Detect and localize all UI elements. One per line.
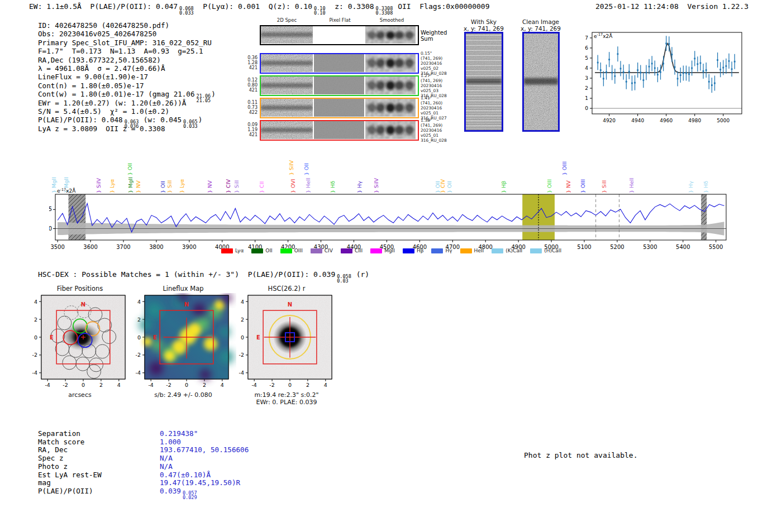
spec2d-cell xyxy=(314,76,364,95)
spec2d-cell xyxy=(365,76,416,95)
spec2d-row-right-labels: 1.41"(741, 260)20230416v025_01316_RU_027 xyxy=(421,95,447,121)
svg-text:2: 2 xyxy=(241,317,244,323)
fiber-positions-panel: Fiber Positions 420-2-4-4-2024NE arcsecs xyxy=(27,285,133,399)
stacked-uncertainty: 0.0570.029 xyxy=(183,491,197,500)
legend-item-Lyα: Lyα xyxy=(221,248,244,253)
legend-item-(H)CaII: (H)CaII xyxy=(530,248,561,253)
info-line: RA,Dec (193.677322,50.156582) xyxy=(38,56,216,64)
with-sky-title: With Sky xyxy=(462,19,505,26)
svg-text:4: 4 xyxy=(117,382,121,388)
spec2d-cell xyxy=(261,121,313,140)
svg-text:-2: -2 xyxy=(63,382,68,388)
legend-item-MgII: MgII xyxy=(370,248,395,253)
svg-text:4: 4 xyxy=(34,299,37,305)
svg-text:0: 0 xyxy=(585,106,588,111)
svg-text:-4: -4 xyxy=(136,370,141,376)
spec2d-cell xyxy=(314,26,364,44)
with-sky-block: With Sky x, y: 741, 269 xyxy=(462,19,505,32)
legend-swatch xyxy=(251,248,263,253)
fiber-positions-plot: 420-2-4-4-2024NE xyxy=(27,293,133,389)
svg-text:0: 0 xyxy=(241,334,244,341)
svg-text:0: 0 xyxy=(288,382,292,388)
spec2d-row xyxy=(260,75,419,96)
svg-text:4960: 4960 xyxy=(660,118,673,123)
fiber-positions-title: Fiber Positions xyxy=(27,285,133,293)
match-table-label: Match score xyxy=(38,438,160,447)
lineflux-map-panel: Lineflux Map 420-2-4-4-2024NE s/b: 2.49 … xyxy=(130,285,236,399)
svg-text:N: N xyxy=(288,301,292,308)
match-table-label: Separation xyxy=(38,430,160,438)
fiber-positions-xlabel: arcsecs xyxy=(27,391,133,399)
spec2d-cell xyxy=(261,76,313,95)
lineflux-map-plot: 420-2-4-4-2024NE xyxy=(130,293,236,389)
match-table-row: Spec zN/A xyxy=(38,454,249,463)
svg-text:5: 5 xyxy=(585,55,588,61)
svg-text:4940: 4940 xyxy=(631,118,644,123)
match-table-row: RA, Dec193.677410, 50.156606 xyxy=(38,446,249,454)
svg-text:-2: -2 xyxy=(269,382,274,388)
clean-image-coords: x, y: 741, 269 xyxy=(518,26,563,32)
info-line: Cont(w) = 1.80(±0.01)e-17 (gmag 21.0621.… xyxy=(38,90,216,98)
svg-text:5: 5 xyxy=(49,206,52,212)
svg-text:4: 4 xyxy=(137,299,141,305)
legend-swatch xyxy=(431,248,443,253)
svg-text:0: 0 xyxy=(137,334,141,341)
svg-text:E: E xyxy=(153,334,157,341)
spec2d-cell xyxy=(314,54,364,73)
clean-image-title: Clean Image xyxy=(518,19,563,26)
match-table-value: N/A xyxy=(160,454,173,463)
svg-text:0: 0 xyxy=(185,382,188,388)
spec2d-col-title: Pixel Flat xyxy=(314,17,366,23)
legend-swatch xyxy=(280,248,292,253)
stacked-uncertainty: 0.100.10 xyxy=(314,6,325,15)
emission-line-label-OII: } OII xyxy=(304,163,309,175)
legend-item-Hβ: Hβ xyxy=(403,248,424,253)
svg-text:3: 3 xyxy=(585,75,588,81)
svg-text:-2: -2 xyxy=(166,382,171,388)
svg-text:-4: -4 xyxy=(45,382,50,388)
svg-text:4920: 4920 xyxy=(603,118,616,123)
svg-text:6: 6 xyxy=(585,45,588,51)
svg-text:-4: -4 xyxy=(148,382,153,388)
spec2d-cell xyxy=(365,54,416,73)
match-table: Separation0.219438"Match score1.000RA, D… xyxy=(38,430,249,500)
elixer-report-page: { "header": { "summary": [ {"t":"EW: 1.1… xyxy=(0,0,782,532)
match-table-value: 0.219438" xyxy=(160,430,198,438)
legend-item-CIV: CIV xyxy=(311,248,333,253)
spectrum-legend: LyαOIIOIIICIVCIIIMgIIHβHγHeII(K)CaII(H)C… xyxy=(49,248,733,253)
emission-line-label-SiIV: } SiIV xyxy=(289,160,294,175)
spec2d-row-left-labels: 0.361.28421 xyxy=(245,55,258,70)
clean-image-block: Clean Image x, y: 741, 269 xyxy=(518,19,563,32)
svg-text:-4: -4 xyxy=(239,370,244,376)
match-table-row: Match score1.000 xyxy=(38,438,249,447)
info-line: F=1.7" T=0.173 N=1.13 A=0.93 g=25.1 xyxy=(38,47,216,55)
stacked-uncertainty: 0.33080.3308 xyxy=(376,6,393,15)
spec2d-row-right-labels: 1.38"(741, 269)20230416v025_01316_RU_028 xyxy=(421,118,447,143)
svg-text:E: E xyxy=(256,334,260,341)
svg-text:4980: 4980 xyxy=(688,118,701,123)
spec2d-cell xyxy=(365,26,416,44)
svg-text:2: 2 xyxy=(203,382,206,388)
spec2d-row xyxy=(260,120,419,141)
hsc-cutout-panel: HSC(26.2) r 420-2-4-4-2024NE m:19.4 re:2… xyxy=(233,285,340,406)
match-table-row: Est LyA rest-EW0.47(±0.10)Å xyxy=(38,471,249,480)
match-table-value: 0.0390.0570.029 xyxy=(160,487,198,500)
legend-item-HeII: HeII xyxy=(460,248,484,253)
legend-item-OII: OII xyxy=(251,248,272,253)
stacked-uncertainty: 0.0650.033 xyxy=(183,119,198,128)
match-table-label: Photo z xyxy=(38,463,160,471)
match-table-label: mag xyxy=(38,479,160,487)
match-table-row: Separation0.219438" xyxy=(38,430,249,438)
info-line: Primary Spec_Slot_IFU_AMP: 316_022_052_R… xyxy=(38,39,216,47)
svg-text:0: 0 xyxy=(34,334,37,341)
legend-swatch xyxy=(370,248,382,253)
svg-text:e-17x2Å: e-17x2Å xyxy=(594,32,613,39)
with-sky-image xyxy=(464,32,503,132)
info-line: λ = 4961.08Å σ = 2.47(±0.66)Å xyxy=(38,64,216,73)
svg-text:7: 7 xyxy=(585,35,588,41)
match-table-row: P(LAE)/P(OII)0.0390.0570.029 xyxy=(38,487,249,500)
emission-line-label-OIII: } OIII xyxy=(562,161,567,175)
svg-text:1: 1 xyxy=(585,95,588,101)
spec2d-col-title: 2D Spec xyxy=(260,17,314,23)
svg-text:4: 4 xyxy=(221,382,224,388)
